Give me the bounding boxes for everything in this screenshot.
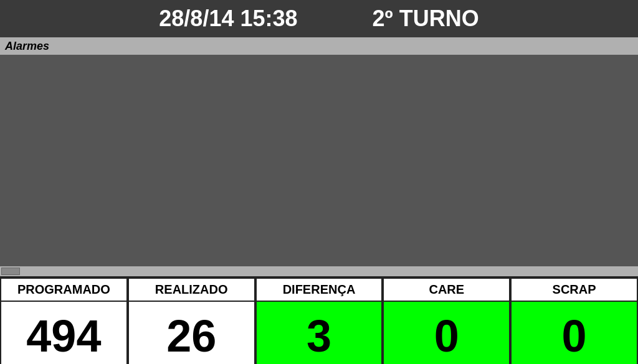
cell-header-programado: PROGRAMADO: [1, 279, 126, 302]
header-datetime: 28/8/14 15:38: [159, 6, 297, 32]
cell-diferenca: DIFERENÇA3: [255, 278, 383, 364]
cell-header-scrap: SCRAP: [512, 279, 637, 302]
cell-programado: PROGRAMADO494: [0, 278, 128, 364]
cell-realizado: REALIZADO26: [128, 278, 255, 364]
cell-value-realizado: 26: [129, 302, 254, 364]
header-shift: 2º TURNO: [373, 6, 479, 32]
cell-value-scrap: 0: [512, 302, 637, 364]
cell-header-realizado: REALIZADO: [129, 279, 254, 302]
scrollbar-thumb[interactable]: [1, 268, 20, 275]
cell-header-care: CARE: [384, 279, 509, 302]
cell-value-diferenca: 3: [257, 302, 382, 364]
cell-scrap: SCRAP0: [510, 278, 638, 364]
data-section: PROGRAMADO494REALIZADO26DIFERENÇA3CARE0S…: [0, 276, 638, 364]
header: 28/8/14 15:38 2º TURNO: [0, 0, 638, 37]
cell-value-care: 0: [384, 302, 509, 364]
cell-care: CARE0: [383, 278, 510, 364]
main-area: [0, 55, 638, 266]
scrollbar-area[interactable]: [0, 266, 638, 276]
alarmes-bar: Alarmes: [0, 37, 638, 55]
cell-header-diferenca: DIFERENÇA: [257, 279, 382, 302]
alarmes-label: Alarmes: [5, 40, 49, 53]
cell-value-programado: 494: [1, 302, 126, 364]
